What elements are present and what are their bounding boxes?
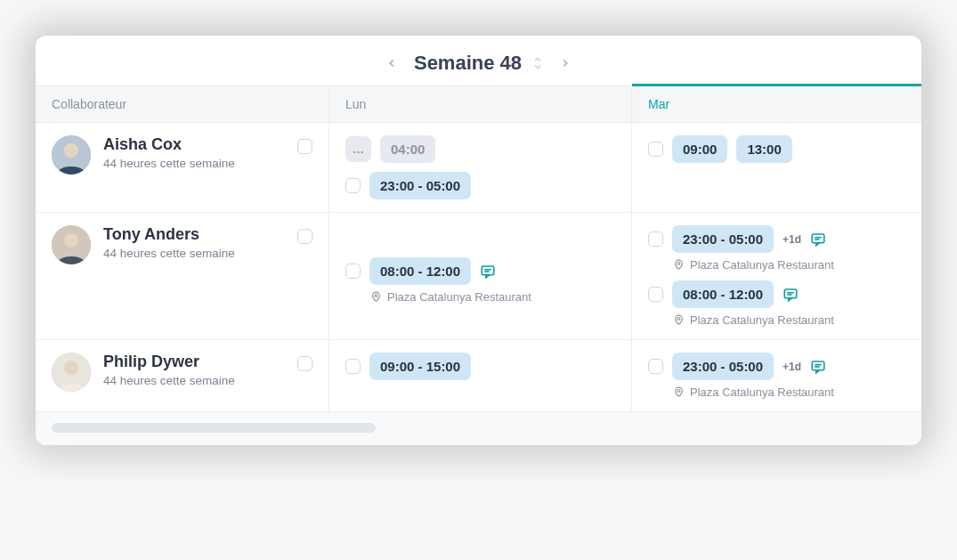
shift: … 04:00 (345, 135, 615, 163)
week-title: Semaine 48 (414, 52, 522, 75)
shift: 09:00 - 15:00 (345, 353, 615, 380)
scrollbar-thumb[interactable] (52, 423, 376, 433)
tue-cell: 09:00 13:00 (632, 123, 921, 212)
schedule-card: Semaine 48 Collaborateur Lun Mar Aisha C… (36, 36, 921, 445)
svg-point-7 (375, 295, 377, 297)
svg-rect-12 (784, 289, 797, 298)
collab-cell: Tony Anders 44 heures cette semaine (36, 213, 329, 339)
shift-checkbox[interactable] (648, 359, 663, 374)
schedule-table: Collaborateur Lun Mar Aisha Cox 44 heure… (36, 85, 921, 412)
collab-hours: 44 heures cette semaine (103, 247, 312, 260)
day-badge: +1d (783, 361, 801, 373)
svg-rect-8 (812, 234, 824, 243)
shift-location: Plaza Catalunya Restaurant (673, 386, 905, 399)
shift-time[interactable]: 23:00 - 05:00 (672, 353, 774, 380)
svg-point-1 (64, 143, 78, 158)
row-checkbox[interactable] (297, 229, 312, 244)
collab-cell: Aisha Cox 44 heures cette semaine (36, 123, 329, 212)
location-label: Plaza Catalunya Restaurant (690, 313, 834, 327)
shift-checkbox[interactable] (648, 231, 663, 247)
day-badge: +1d (783, 233, 801, 246)
svg-point-11 (677, 263, 680, 265)
svg-rect-4 (482, 266, 494, 275)
shift-time[interactable]: 23:00 - 05:00 (369, 172, 471, 199)
tue-cell: 23:00 - 05:00 +1d Plaza Catalunya Restau… (632, 340, 921, 411)
shift-time[interactable]: 04:00 (380, 135, 435, 163)
shift: 23:00 - 05:00 (345, 172, 615, 199)
collab-name: Philip Dywer (103, 353, 312, 371)
svg-point-15 (677, 318, 680, 321)
collab-hours: 44 heures cette semaine (103, 374, 312, 387)
shift: 09:00 13:00 (648, 135, 905, 163)
shift-time[interactable]: 08:00 - 12:00 (369, 257, 471, 285)
shift-time[interactable]: 08:00 - 12:00 (672, 280, 774, 308)
location-label: Plaza Catalunya Restaurant (690, 386, 834, 399)
shift: 23:00 - 05:00 +1d (648, 353, 905, 380)
shift: 08:00 - 12:00 (648, 280, 905, 308)
shift-checkbox[interactable] (345, 264, 361, 279)
week-nav: Semaine 48 (36, 36, 921, 85)
svg-rect-18 (812, 361, 824, 370)
next-week-icon[interactable] (559, 57, 572, 69)
table-row: Aisha Cox 44 heures cette semaine … 04:0… (36, 123, 921, 213)
horizontal-scrollbar[interactable] (36, 412, 921, 445)
table-row: Tony Anders 44 heures cette semaine 08:0… (36, 213, 921, 340)
comment-icon[interactable] (810, 231, 826, 248)
mon-cell: 08:00 - 12:00 Plaza Catalunya Restaurant (329, 213, 632, 339)
comment-icon[interactable] (810, 359, 826, 375)
week-stepper[interactable] (532, 56, 543, 70)
shift-time[interactable]: 23:00 - 05:00 (672, 225, 774, 253)
avatar (52, 225, 91, 264)
col-mon[interactable]: Lun (329, 86, 632, 122)
col-tue[interactable]: Mar (632, 84, 921, 122)
shift-checkbox[interactable] (345, 178, 361, 193)
location-label: Plaza Catalunya Restaurant (387, 290, 531, 304)
shift-time[interactable]: 09:00 (672, 135, 727, 163)
shift-location: Plaza Catalunya Restaurant (370, 290, 615, 304)
table-header: Collaborateur Lun Mar (36, 85, 921, 123)
shift-checkbox[interactable] (648, 142, 663, 157)
avatar (52, 135, 91, 174)
shift-checkbox[interactable] (648, 287, 663, 302)
collab-cell: Philip Dywer 44 heures cette semaine (36, 340, 329, 411)
collab-name: Aisha Cox (103, 135, 312, 154)
svg-point-21 (677, 390, 680, 393)
collab-name: Tony Anders (103, 225, 312, 244)
shift: 23:00 - 05:00 +1d (648, 225, 905, 253)
comment-icon[interactable] (783, 287, 799, 303)
col-collaborator: Collaborateur (36, 86, 329, 122)
shift-location: Plaza Catalunya Restaurant (673, 258, 905, 272)
shift-checkbox[interactable] (345, 359, 361, 374)
prev-week-icon[interactable] (385, 57, 398, 69)
svg-point-3 (64, 233, 78, 248)
row-checkbox[interactable] (297, 356, 312, 371)
shift-time[interactable]: 13:00 (736, 135, 791, 163)
collab-hours: 44 heures cette semaine (103, 157, 312, 170)
svg-point-17 (64, 361, 78, 375)
location-label: Plaza Catalunya Restaurant (690, 258, 834, 272)
more-icon[interactable]: … (345, 136, 371, 162)
table-row: Philip Dywer 44 heures cette semaine 09:… (36, 340, 921, 412)
shift-location: Plaza Catalunya Restaurant (673, 313, 905, 327)
avatar (52, 353, 91, 392)
mon-cell: 09:00 - 15:00 (329, 340, 632, 411)
comment-icon[interactable] (480, 264, 496, 280)
row-checkbox[interactable] (297, 139, 312, 154)
shift-time[interactable]: 09:00 - 15:00 (369, 353, 471, 380)
mon-cell: … 04:00 23:00 - 05:00 (329, 123, 632, 212)
tue-cell: 23:00 - 05:00 +1d Plaza Catalunya Restau… (632, 213, 921, 339)
shift: 08:00 - 12:00 (345, 257, 615, 285)
